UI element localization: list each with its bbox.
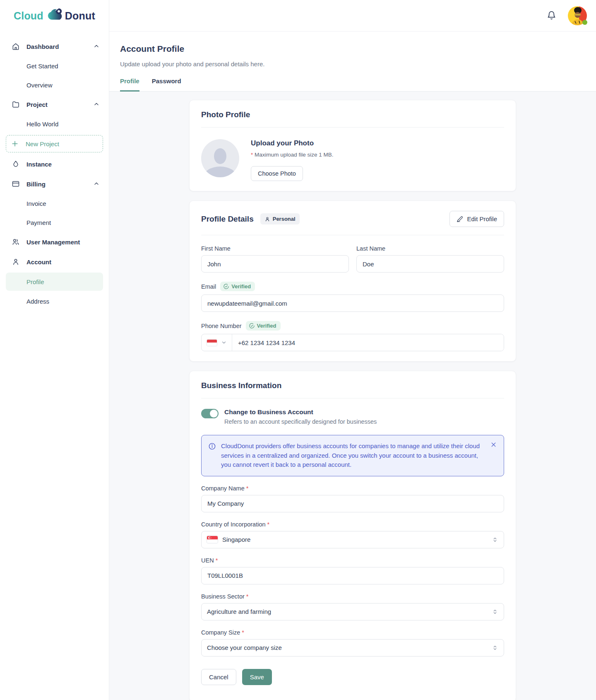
- last-name-label: Last Name: [356, 245, 504, 252]
- company-size-label: Company Size *: [201, 629, 504, 636]
- sidebar-item-label: Get Started: [26, 63, 58, 70]
- check-circle-icon: [223, 283, 229, 290]
- country-of-incorporation-label: Country of Incorporation *: [201, 521, 504, 528]
- cancel-button[interactable]: Cancel: [201, 669, 236, 685]
- choose-photo-button[interactable]: Choose Photo: [251, 166, 303, 181]
- sidebar-item-billing[interactable]: Billing: [0, 174, 109, 194]
- phone-label: Phone Number: [201, 323, 242, 329]
- chevron-up-icon[interactable]: [93, 181, 100, 187]
- sidebar-item-label: Account: [26, 258, 51, 266]
- last-name-field[interactable]: [356, 255, 504, 273]
- email-verified-badge: Verified: [220, 282, 255, 291]
- profile-card-title: Profile Details: [201, 215, 254, 224]
- brand-name-donut: Donut: [65, 10, 95, 22]
- company-name-field[interactable]: [201, 495, 504, 512]
- chevron-up-down-icon: [492, 608, 498, 615]
- sidebar-item-label: Address: [26, 298, 49, 305]
- sidebar-item-label: Overview: [26, 82, 53, 89]
- photo-card-title: Photo Profile: [201, 110, 504, 119]
- sidebar-item-get-started[interactable]: Get Started: [0, 56, 109, 75]
- droplet-icon: [12, 160, 20, 168]
- sidebar-item-hello-world[interactable]: Hello World: [0, 114, 109, 133]
- pen-icon: [457, 216, 463, 222]
- brand-name-cloud: Cloud: [14, 10, 43, 22]
- user-avatar[interactable]: [568, 6, 587, 25]
- sidebar-item-label: Instance: [26, 161, 52, 168]
- company-size-placeholder: Choose your company size: [207, 644, 282, 651]
- sidebar-item-profile-active[interactable]: Profile: [6, 273, 103, 291]
- sidebar-item-overview[interactable]: Overview: [0, 75, 109, 94]
- close-icon[interactable]: [490, 441, 497, 448]
- chevron-up-icon[interactable]: [93, 43, 100, 50]
- edit-profile-button[interactable]: Edit Profile: [449, 211, 504, 227]
- photo-placeholder: [201, 139, 239, 177]
- user-icon: [12, 258, 20, 266]
- first-name-label: First Name: [201, 245, 349, 252]
- divider: [201, 127, 504, 128]
- users-icon: [12, 238, 20, 246]
- sidebar-item-label: Billing: [26, 181, 46, 188]
- sidebar-item-user-management[interactable]: User Management: [0, 232, 109, 252]
- first-name-field[interactable]: [201, 255, 349, 273]
- online-status-dot: [582, 20, 587, 25]
- home-icon: [12, 42, 20, 51]
- sidebar-item-instance[interactable]: Instance: [0, 154, 109, 174]
- toggle-description: Refers to an account specifically design…: [224, 418, 377, 425]
- uen-field[interactable]: [201, 567, 504, 584]
- indonesia-flag-icon: [207, 339, 217, 346]
- uen-label: UEN *: [201, 557, 504, 564]
- topbar: [109, 0, 596, 31]
- cloud-donut-icon: [45, 7, 64, 22]
- business-information-card: Business Information Change to Business …: [189, 371, 516, 700]
- business-sector-label: Business Sector *: [201, 593, 504, 600]
- business-sector-select[interactable]: Agriculture and farming: [201, 603, 504, 620]
- upload-photo-note: * Maximum upload file size 1 MB.: [251, 152, 334, 158]
- sidebar-item-label: Payment: [26, 219, 51, 226]
- chevron-down-icon: [221, 340, 227, 345]
- sidebar-item-label: Project: [26, 101, 48, 108]
- country-select[interactable]: Singapore: [201, 531, 504, 548]
- tab-profile[interactable]: Profile: [120, 77, 139, 92]
- page-subtitle: Update upload your photo and personal de…: [120, 60, 585, 68]
- sidebar-item-project[interactable]: Project: [0, 94, 109, 114]
- content-area: Photo Profile Upload your Photo * Maximu…: [109, 92, 596, 700]
- sidebar-item-dashboard[interactable]: Dashboard: [0, 36, 109, 56]
- business-account-toggle[interactable]: [201, 409, 219, 418]
- chevron-up-icon[interactable]: [93, 101, 100, 108]
- main-column: Account Profile Update upload your photo…: [109, 0, 596, 700]
- sidebar-item-label: User Management: [26, 239, 80, 246]
- brand-logo: Cloud Donut: [0, 0, 109, 31]
- save-button[interactable]: Save: [242, 669, 272, 685]
- toggle-label: Change to Business Account: [224, 408, 377, 416]
- person-icon: [264, 216, 270, 222]
- sidebar-nav: Dashboard Get Started Overview Project: [0, 31, 109, 311]
- profile-details-card: Profile Details Personal Edit Profile: [189, 200, 516, 362]
- sidebar-item-payment[interactable]: Payment: [0, 213, 109, 232]
- personal-badge: Personal: [260, 213, 300, 224]
- placeholder-person-icon: [214, 148, 226, 164]
- company-size-select[interactable]: Choose your company size: [201, 639, 504, 657]
- phone-verified-badge: Verified: [246, 321, 281, 331]
- tabs: Profile Password: [120, 77, 585, 91]
- sidebar-item-label: Dashboard: [26, 43, 59, 50]
- sidebar-item-label: Profile: [26, 278, 44, 285]
- new-project-button[interactable]: New Project: [6, 135, 103, 152]
- notification-bell-icon[interactable]: [547, 11, 556, 20]
- email-field[interactable]: [201, 294, 504, 312]
- business-sector-value: Agriculture and farming: [207, 608, 271, 615]
- check-circle-icon: [249, 323, 255, 329]
- singapore-flag-icon: [207, 536, 218, 543]
- country-select-value: Singapore: [222, 536, 250, 543]
- phone-country-select[interactable]: [202, 334, 232, 351]
- tab-password[interactable]: Password: [152, 77, 181, 92]
- business-info-alert: CloudDonut providers offer business acco…: [201, 435, 504, 476]
- sidebar-item-account[interactable]: Account: [0, 252, 109, 272]
- divider: [201, 235, 504, 235]
- chevron-up-down-icon: [492, 644, 498, 651]
- sidebar-item-address[interactable]: Address: [0, 292, 109, 311]
- phone-number-field[interactable]: [232, 334, 504, 351]
- page-title: Account Profile: [120, 44, 585, 54]
- app-root: Cloud Donut Dashboard: [0, 0, 596, 700]
- sidebar-item-invoice[interactable]: Invoice: [0, 194, 109, 213]
- credit-card-icon: [12, 180, 20, 188]
